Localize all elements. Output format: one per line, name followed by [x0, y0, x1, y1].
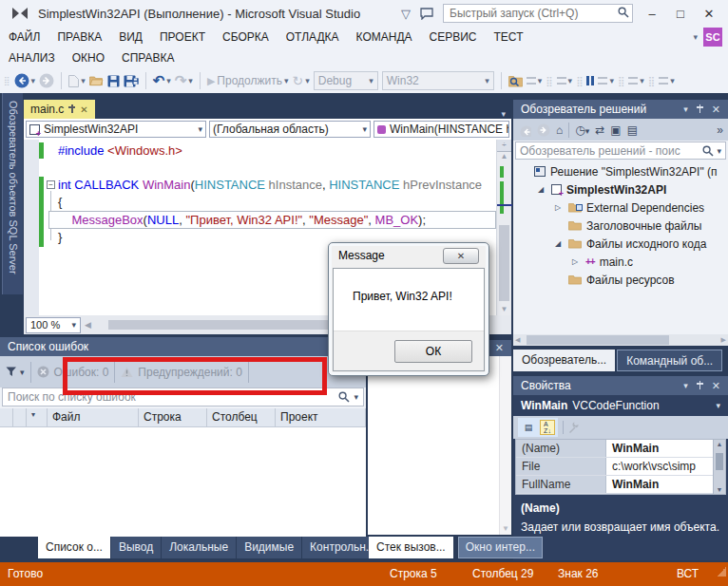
property-row[interactable]: (Name)WinMain	[516, 440, 725, 458]
column-header[interactable]: Столбец	[207, 408, 276, 426]
scope-dropdown[interactable]: (Глобальная область)▾	[209, 121, 371, 138]
notification-funnel-icon[interactable]: ▽	[401, 7, 411, 21]
bottom-tab[interactable]: Видимые	[237, 537, 301, 558]
categorized-button[interactable]: ▤	[521, 420, 536, 435]
menu-item[interactable]: СПРАВКА	[113, 48, 183, 67]
minimize-button[interactable]: –	[642, 7, 661, 21]
menu-item[interactable]: ВИД	[110, 28, 151, 47]
dialog-close-button[interactable]: ✕	[443, 248, 479, 264]
toolbar-grip[interactable]: ⣿	[576, 76, 583, 86]
menu-item[interactable]: ОТЛАДКА	[278, 28, 348, 47]
find-in-files-button[interactable]	[508, 75, 523, 87]
continue-button[interactable]: ▶ Продолжить ▾	[207, 74, 289, 87]
tree-item[interactable]: ◢SimplestWin32API	[513, 180, 728, 198]
property-row[interactable]: FullNameWinMain	[516, 476, 725, 494]
code-line[interactable]: MessageBox(NULL, "Привет, Win32 API!", "…	[48, 211, 496, 229]
menu-item[interactable]: СБОРКА	[214, 28, 278, 47]
tree-item[interactable]: ◢Файлы исходного кода	[513, 235, 728, 253]
close-icon[interactable]: ✕	[712, 380, 720, 392]
error-list-title-bar[interactable]: Список ошибок ▾	[0, 337, 366, 356]
toolbar-overflow-chevron-icon[interactable]: ▾	[693, 32, 698, 42]
project-dropdown[interactable]: SimplestWin32API▾	[26, 121, 206, 138]
bottom-tab[interactable]: Вывод	[111, 537, 161, 558]
property-value[interactable]: WinMain	[606, 440, 713, 457]
redo-button[interactable]: ↷▾	[175, 72, 193, 89]
restart-button[interactable]: ↻▾	[292, 73, 309, 88]
menu-item[interactable]: КОМАНДА	[348, 28, 421, 47]
navigate-back-button[interactable]: ▾	[14, 73, 36, 88]
feedback-icon[interactable]	[420, 8, 433, 20]
maximize-button[interactable]: □	[671, 7, 690, 21]
collapse-arrow-icon[interactable]: ◢	[538, 185, 546, 194]
tab-list-chevron-icon[interactable]: ▾	[501, 109, 511, 119]
filter-button[interactable]: ▾	[6, 367, 25, 377]
pin-icon[interactable]	[697, 104, 703, 114]
close-button[interactable]: ✕	[699, 7, 718, 21]
editor-zoom-select[interactable]: 100 %▾	[26, 317, 81, 333]
show-all-files-button[interactable]: ▤	[627, 123, 638, 137]
toolbar-grip[interactable]: ⣿	[648, 76, 655, 86]
column-header[interactable]	[13, 408, 27, 426]
right-tab[interactable]: Обозреватель...	[513, 350, 615, 371]
property-value[interactable]: c:\work\vsc\simp	[606, 458, 713, 475]
forward-button[interactable]	[537, 123, 550, 137]
debug-toolbar-button[interactable]: ▾	[659, 76, 675, 85]
debug-toolbar-button[interactable]: ▾	[527, 76, 543, 85]
close-icon[interactable]: ✕	[80, 104, 87, 115]
column-header[interactable]	[0, 408, 13, 426]
navigate-forward-button[interactable]	[39, 73, 54, 88]
toolbar-grip[interactable]: ⣿	[546, 76, 552, 86]
callstack-body[interactable]: ▼	[368, 356, 511, 535]
tree-item[interactable]: Файлы ресурсов	[513, 271, 728, 289]
properties-title-bar[interactable]: Свойства ▾ ✕	[513, 376, 728, 395]
resize-grip[interactable]	[717, 567, 726, 577]
code-line[interactable]: {	[58, 194, 496, 211]
code-line[interactable]: #include <Windows.h>	[58, 142, 496, 160]
sync-with-active-document-button[interactable]: ⇄	[595, 123, 604, 137]
tree-item[interactable]: ▷External Dependencies	[513, 198, 728, 217]
home-button[interactable]: ⌂	[556, 123, 563, 137]
scroll-right-icon[interactable]: ▶	[721, 336, 726, 344]
toolbar-grip[interactable]: ⣿	[618, 76, 624, 86]
collapse-all-button[interactable]: ▣	[610, 123, 621, 137]
solution-platform-select[interactable]: Win32▾	[382, 71, 494, 90]
column-header[interactable]: ▾	[27, 408, 48, 426]
pending-changes-filter-button[interactable]: ◷▾	[575, 123, 589, 137]
menu-item[interactable]: ПРАВКА	[48, 28, 110, 47]
bottom-tab[interactable]: Стек вызов...	[369, 537, 453, 558]
open-file-button[interactable]	[89, 75, 104, 86]
solution-configuration-select[interactable]: Debug▾	[314, 71, 378, 90]
back-button[interactable]	[518, 123, 531, 137]
callstack-scrollbar[interactable]: ▼	[499, 356, 511, 535]
dialog-title-bar[interactable]: Message ✕	[329, 243, 489, 268]
save-button[interactable]	[107, 75, 120, 87]
new-file-button[interactable]: ▾	[68, 75, 86, 87]
menu-item[interactable]: АНАЛИЗ	[0, 48, 64, 67]
alphabetical-sort-button[interactable]: AZ↓	[540, 420, 555, 435]
tree-item[interactable]: Заголовочные файлы	[513, 217, 728, 235]
tab-main-c[interactable]: main.c ✕	[24, 100, 95, 119]
bottom-tab[interactable]: Список о...	[38, 537, 110, 558]
menu-item[interactable]: ФАЙЛ	[0, 28, 48, 47]
toolbar-grip[interactable]: ⣿	[4, 76, 9, 85]
code-line[interactable]	[58, 160, 496, 177]
property-grid-scrollbar[interactable]: ▲▼	[713, 440, 725, 494]
user-account-badge[interactable]: SC	[703, 28, 722, 47]
property-row[interactable]: Filec:\work\vsc\simp	[516, 458, 725, 476]
window-menu-chevron-icon[interactable]: ▾	[683, 104, 688, 114]
scroll-left-icon[interactable]: ◀	[85, 320, 91, 330]
column-header[interactable]: Файл	[48, 408, 139, 426]
property-pages-button[interactable]	[568, 422, 580, 433]
pin-icon[interactable]	[68, 104, 75, 114]
pin-icon[interactable]	[697, 381, 703, 390]
break-all-button[interactable]	[586, 76, 594, 85]
collapse-region-icon[interactable]: −	[47, 180, 55, 189]
expand-arrow-icon[interactable]: ▷	[555, 203, 564, 212]
menu-item[interactable]: ПРОЕКТ	[151, 28, 214, 47]
column-header[interactable]: Строка	[139, 408, 207, 426]
column-header[interactable]: Проект	[276, 408, 366, 426]
debug-toolbar-button[interactable]: ▾	[557, 76, 573, 85]
close-icon[interactable]: ✕	[712, 104, 720, 116]
editor-vertical-scrollbar[interactable]: ÷ ▲ ▼	[496, 140, 511, 315]
member-dropdown[interactable]: WinMain(HINSTANCE hI▾	[374, 121, 509, 138]
